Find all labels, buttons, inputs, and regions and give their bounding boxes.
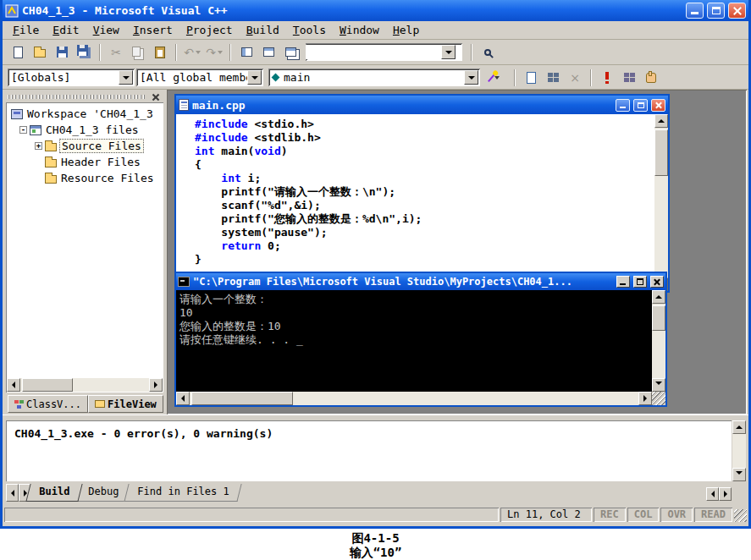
paste-button[interactable]	[150, 42, 170, 63]
editor-close-button[interactable]	[651, 99, 665, 112]
tab-find-in-files-1[interactable]: Find in Files 1	[124, 484, 243, 502]
scrollbar-track[interactable]	[652, 304, 665, 378]
scrollbar-thumb[interactable]	[654, 129, 668, 176]
scroll-right-icon[interactable]	[638, 392, 652, 405]
console-close-button[interactable]	[650, 276, 664, 288]
find-combo-arrow[interactable]	[441, 45, 456, 59]
copy-button[interactable]	[128, 42, 148, 63]
expand-icon[interactable]	[35, 142, 42, 150]
scrollbar-track[interactable]	[190, 392, 638, 405]
menu-build[interactable]: Build	[240, 22, 286, 38]
output-pane-button[interactable]	[258, 42, 279, 63]
build-output[interactable]: CH04_1_3.exe - 0 error(s), 0 warning(s)	[6, 420, 732, 481]
execute-icon	[605, 72, 609, 84]
resize-grip-icon[interactable]	[734, 509, 747, 522]
scope-combo-arrow[interactable]	[119, 70, 133, 85]
tree-item-project[interactable]: CH04_1_3 files	[8, 122, 162, 138]
tree-item-header-files[interactable]: Header Files	[8, 154, 162, 170]
search-icon	[484, 49, 491, 56]
close-button[interactable]	[728, 3, 746, 19]
workspace-grip[interactable]	[6, 91, 163, 102]
scrollbar-track[interactable]	[654, 128, 668, 277]
scroll-down-icon[interactable]	[652, 378, 665, 392]
editor-minimize-button[interactable]	[616, 99, 630, 112]
maximize-button[interactable]	[707, 3, 725, 19]
tree-hscrollbar[interactable]	[7, 378, 163, 392]
output-vscrollbar[interactable]	[732, 420, 746, 481]
breakpoint-button[interactable]	[641, 68, 661, 88]
find-in-files-button[interactable]	[478, 42, 498, 63]
tabs-scroll-left-icon[interactable]	[6, 484, 19, 502]
scroll-down-icon[interactable]	[732, 468, 746, 481]
chevron-down-icon	[251, 76, 258, 83]
members-combo-arrow[interactable]	[247, 70, 262, 85]
console-title-bar[interactable]: "C:\Program Files\Microsoft Visual Studi…	[176, 273, 665, 290]
scroll-right-icon[interactable]	[719, 487, 732, 501]
new-file-button[interactable]	[8, 42, 28, 63]
wizard-actions-button[interactable]	[482, 68, 509, 88]
scrollbar-track[interactable]	[732, 434, 746, 468]
tab-classview[interactable]: ClassV...	[8, 395, 88, 413]
menu-help[interactable]: Help	[386, 22, 426, 38]
tree-item-source-files[interactable]: Source Files	[8, 138, 162, 154]
menu-insert[interactable]: Insert	[126, 22, 179, 38]
resize-grip-icon[interactable]	[652, 392, 665, 405]
scroll-right-icon[interactable]	[149, 378, 163, 392]
open-button[interactable]	[30, 42, 50, 63]
scroll-up-icon[interactable]	[732, 420, 746, 434]
function-combo[interactable]: main	[268, 69, 480, 86]
execute-button[interactable]	[597, 68, 617, 88]
menu-file[interactable]: File	[6, 22, 46, 38]
window-list-button[interactable]	[280, 42, 301, 63]
find-input[interactable]	[306, 45, 441, 59]
function-combo-arrow[interactable]	[464, 70, 478, 85]
save-all-button[interactable]	[74, 42, 94, 63]
console-vscrollbar[interactable]	[652, 290, 665, 392]
scroll-left-icon[interactable]	[7, 378, 20, 392]
save-all-icon	[77, 45, 88, 56]
members-combo[interactable]: [All global members]	[136, 69, 263, 86]
stop-build-button[interactable]: ×	[565, 68, 585, 88]
editor-vscrollbar[interactable]	[654, 114, 668, 291]
save-button[interactable]	[52, 42, 72, 63]
scrollbar-thumb[interactable]	[191, 392, 293, 405]
scroll-up-icon[interactable]	[652, 290, 665, 304]
tree-item-workspace[interactable]: Workspace 'CH04_1_3	[8, 106, 162, 122]
undo-button[interactable]: ↶	[182, 42, 202, 63]
console-minimize-button[interactable]	[616, 276, 630, 288]
scroll-left-icon[interactable]	[706, 487, 719, 501]
scroll-left-icon[interactable]	[176, 392, 190, 405]
code-editor[interactable]: #include <stdio.h>#include <stdlib.h>int…	[176, 114, 654, 291]
scroll-up-icon[interactable]	[654, 114, 668, 128]
menu-view[interactable]: View	[86, 22, 126, 38]
menu-edit[interactable]: Edit	[46, 22, 86, 38]
workspace-pane-button[interactable]	[236, 42, 257, 63]
editor-title-bar[interactable]: main.cpp	[176, 96, 668, 114]
menu-tools[interactable]: Tools	[286, 22, 333, 38]
scrollbar-thumb[interactable]	[22, 378, 73, 392]
console-maximize-button[interactable]	[633, 276, 647, 288]
cut-button[interactable]: ✂	[106, 42, 126, 63]
minimize-button[interactable]	[686, 3, 704, 19]
menu-window[interactable]: Window	[333, 22, 386, 38]
console-output[interactable]: 请输入一个整数：10您输入的整数是：10请按任意键继续. . . _	[176, 290, 652, 392]
redo-button[interactable]: ↷	[204, 42, 224, 63]
scrollbar-track[interactable]	[20, 378, 149, 392]
tab-build[interactable]: Build	[25, 484, 82, 502]
scope-combo[interactable]: [Globals]	[8, 69, 135, 86]
tab-fileview[interactable]: FileView	[88, 395, 163, 413]
tree-item-resource-files[interactable]: Resource Files	[8, 170, 162, 186]
tab-debug[interactable]: Debug	[75, 484, 132, 502]
build-button[interactable]	[543, 68, 563, 88]
compile-button[interactable]	[521, 68, 541, 88]
collapse-icon[interactable]	[19, 126, 27, 134]
console-hscrollbar[interactable]	[176, 392, 665, 405]
title-bar[interactable]: CH04_1_3 - Microsoft Visual C++	[3, 0, 748, 21]
workspace-close-icon[interactable]	[150, 92, 162, 102]
go-button[interactable]	[619, 68, 639, 88]
editor-maximize-button[interactable]	[633, 99, 648, 112]
find-combo[interactable]	[306, 43, 462, 61]
stop-build-icon: ×	[570, 72, 580, 84]
menu-project[interactable]: Project	[179, 22, 240, 38]
scrollbar-thumb[interactable]	[652, 305, 665, 331]
